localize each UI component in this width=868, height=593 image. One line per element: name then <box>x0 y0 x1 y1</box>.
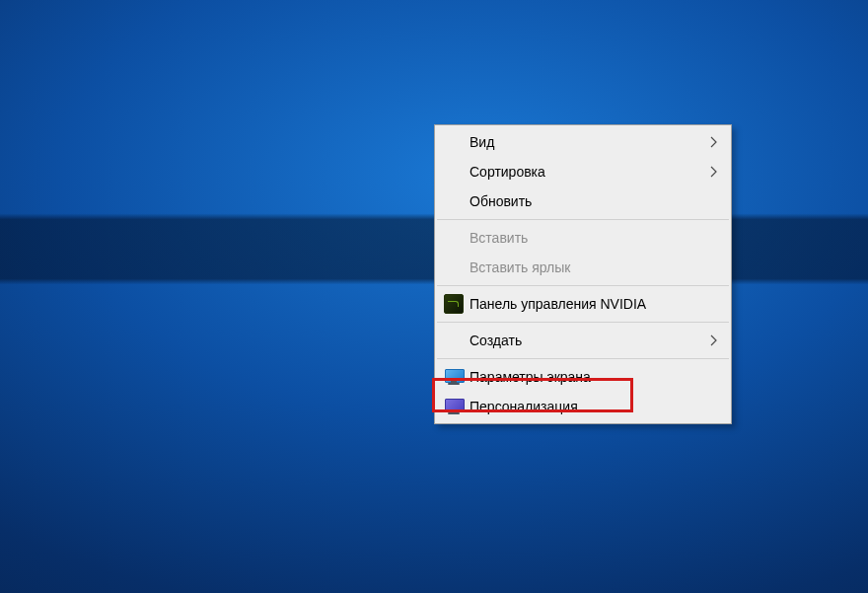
menu-item-display-settings[interactable]: Параметры экрана <box>436 362 730 392</box>
menu-item-personalize[interactable]: Персонализация <box>436 392 730 421</box>
menu-label: Сортировка <box>470 164 706 180</box>
menu-separator <box>437 322 729 323</box>
menu-label: Персонализация <box>470 399 718 414</box>
menu-item-new[interactable]: Создать <box>436 326 730 355</box>
menu-item-sort[interactable]: Сортировка <box>436 157 730 186</box>
empty-icon <box>444 162 470 182</box>
menu-label: Вид <box>470 134 706 150</box>
menu-separator <box>437 285 729 286</box>
menu-item-nvidia-control-panel[interactable]: Панель управления NVIDIA <box>436 289 730 319</box>
menu-separator <box>437 358 729 359</box>
monitor-icon <box>444 397 470 416</box>
menu-item-view[interactable]: Вид <box>436 127 730 157</box>
menu-item-paste: Вставить <box>436 223 730 253</box>
chevron-right-icon <box>706 166 718 178</box>
empty-icon <box>444 228 470 248</box>
menu-label: Вставить <box>470 230 718 246</box>
desktop-context-menu: Вид Сортировка Обновить Вставить Вставит… <box>434 124 732 424</box>
empty-icon <box>444 258 470 277</box>
chevron-right-icon <box>706 136 718 148</box>
monitor-icon <box>444 367 470 387</box>
empty-icon <box>444 132 470 152</box>
menu-item-paste-shortcut: Вставить ярлык <box>436 253 730 282</box>
menu-item-refresh[interactable]: Обновить <box>436 186 730 216</box>
menu-label: Параметры экрана <box>470 369 718 385</box>
empty-icon <box>444 191 470 211</box>
chevron-right-icon <box>706 334 718 346</box>
empty-icon <box>444 331 470 350</box>
menu-label: Панель управления NVIDIA <box>470 296 718 312</box>
menu-label: Вставить ярлык <box>470 259 718 275</box>
desktop-background[interactable]: Вид Сортировка Обновить Вставить Вставит… <box>0 0 868 593</box>
nvidia-icon <box>444 294 470 314</box>
menu-label: Обновить <box>470 193 718 209</box>
menu-label: Создать <box>470 333 706 348</box>
menu-separator <box>437 219 729 220</box>
